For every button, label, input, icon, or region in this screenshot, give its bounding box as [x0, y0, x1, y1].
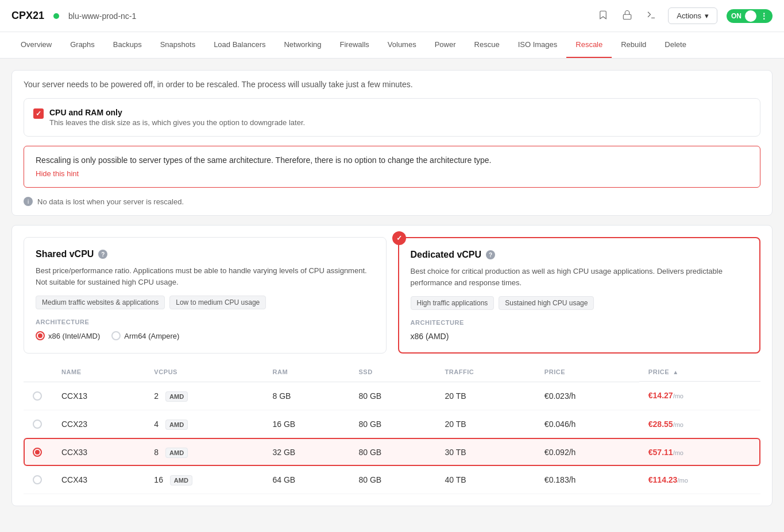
- row-ram: 16 GB: [263, 410, 349, 438]
- row-ssd: 80 GB: [349, 466, 435, 494]
- hide-hint-link[interactable]: Hide this hint: [36, 169, 79, 178]
- tab-networking[interactable]: Networking: [275, 32, 330, 58]
- row-price-h: €0.046/h: [535, 410, 639, 438]
- row-radio-cell[interactable]: [24, 466, 52, 494]
- col-name: [24, 363, 52, 382]
- tab-rescale[interactable]: Rescale: [566, 32, 612, 58]
- row-price-mo: €28.55/mo: [639, 410, 760, 438]
- row-ram: 32 GB: [263, 438, 349, 466]
- actions-button[interactable]: Actions ▾: [668, 7, 717, 24]
- row-vcpus: 16 AMD: [145, 466, 263, 494]
- row-name: CCX23: [52, 410, 145, 438]
- cpu-ram-checkbox[interactable]: [33, 108, 44, 119]
- dedicated-vcpu-desc: Best choice for critical production as w…: [411, 266, 748, 288]
- table-row[interactable]: CCX23 4 AMD 16 GB 80 GB 20 TB €0.046/h €…: [24, 410, 760, 438]
- row-radio-unselected[interactable]: [33, 391, 42, 401]
- no-data-lost-text: No data is lost when your server is resc…: [37, 197, 184, 206]
- dedicated-arch-label: ARCHITECTURE: [411, 319, 748, 326]
- table-row[interactable]: CCX43 16 AMD 64 GB 80 GB 40 TB €0.183/h …: [24, 466, 760, 494]
- app-title: CPX21: [11, 10, 44, 22]
- vcpu-selection-section: Shared vCPU ? Best price/performance rat…: [11, 225, 773, 506]
- row-traffic: 20 TB: [435, 382, 535, 410]
- row-radio-unselected[interactable]: [33, 420, 42, 429]
- power-off-notice: Your server needs to be powered off, in …: [24, 80, 760, 89]
- cpu-ram-desc: This leaves the disk size as is, which g…: [49, 118, 305, 127]
- dedicated-vcpu-card[interactable]: ✓ Dedicated vCPU ? Best choice for criti…: [398, 237, 761, 354]
- terminal-icon-btn[interactable]: [644, 7, 659, 25]
- row-vcpus: 2 AMD: [145, 382, 263, 410]
- row-radio-selected[interactable]: [33, 448, 42, 457]
- table-header-row: NAME VCPUS RAM SSD TRAFFIC PRICE PRICE ▲: [24, 363, 760, 382]
- main-content: Your server needs to be powered off, in …: [0, 59, 784, 527]
- dedicated-tag-2: Sustained high CPU usage: [499, 296, 594, 310]
- arch-arm64-radio[interactable]: [111, 331, 121, 340]
- shared-vcpu-desc: Best price/performance ratio. Applicatio…: [36, 265, 374, 288]
- tab-iso-images[interactable]: ISO Images: [509, 32, 567, 58]
- col-price-sort[interactable]: PRICE ▲: [639, 363, 760, 382]
- row-price-h: €0.023/h: [535, 382, 639, 410]
- row-ssd: 80 GB: [349, 410, 435, 438]
- tab-firewalls[interactable]: Firewalls: [331, 32, 379, 58]
- bookmark-icon-btn[interactable]: [596, 7, 611, 25]
- arch-x86-option[interactable]: x86 (Intel/AMD): [36, 331, 100, 340]
- col-ssd: SSD: [349, 363, 435, 382]
- tab-snapshots[interactable]: Snapshots: [151, 32, 204, 58]
- col-traffic: TRAFFIC: [435, 363, 535, 382]
- shared-vcpu-help[interactable]: ?: [98, 250, 107, 259]
- tab-rebuild[interactable]: Rebuild: [612, 32, 655, 58]
- row-radio-unselected[interactable]: [33, 475, 42, 484]
- row-name: CCX33: [52, 438, 145, 466]
- tab-load-balancers[interactable]: Load Balancers: [204, 32, 275, 58]
- nav-tabs: Overview Graphs Backups Snapshots Load B…: [0, 32, 784, 59]
- shared-tag-1: Medium traffic websites & applications: [36, 296, 165, 309]
- cpu-ram-only-section: CPU and RAM only This leaves the disk si…: [24, 98, 760, 137]
- architecture-warning-text: Rescaling is only possible to server typ…: [36, 156, 748, 165]
- tab-backups[interactable]: Backups: [104, 32, 151, 58]
- row-traffic: 40 TB: [435, 466, 535, 494]
- row-ram: 64 GB: [263, 466, 349, 494]
- row-name: CCX13: [52, 382, 145, 410]
- col-vcpus: VCPUS: [145, 363, 263, 382]
- col-name-label: NAME: [52, 363, 145, 382]
- row-price-h: €0.183/h: [535, 466, 639, 494]
- dedicated-vcpu-help[interactable]: ?: [486, 250, 495, 259]
- tab-power[interactable]: Power: [426, 32, 465, 58]
- arch-arm64-option[interactable]: Arm64 (Ampere): [111, 331, 179, 340]
- row-traffic: 30 TB: [435, 438, 535, 466]
- toggle-knob: [745, 10, 756, 22]
- row-vcpus: 8 AMD: [145, 438, 263, 466]
- row-price-mo: €57.11/mo: [639, 438, 760, 466]
- tab-delete[interactable]: Delete: [655, 32, 696, 58]
- cpu-ram-only-row[interactable]: CPU and RAM only This leaves the disk si…: [33, 108, 751, 127]
- row-radio-cell[interactable]: [24, 410, 52, 438]
- col-price: PRICE: [535, 363, 639, 382]
- table-row[interactable]: CCX33 8 AMD 32 GB 80 GB 30 TB €0.092/h €…: [24, 438, 760, 466]
- dedicated-vcpu-tags: High traffic applications Sustained high…: [411, 296, 748, 310]
- row-radio-cell[interactable]: [24, 382, 52, 410]
- shared-vcpu-card[interactable]: Shared vCPU ? Best price/performance rat…: [24, 237, 387, 354]
- tab-volumes[interactable]: Volumes: [379, 32, 426, 58]
- info-icon: i: [24, 197, 33, 206]
- amd-badge: AMD: [165, 448, 188, 458]
- power-toggle[interactable]: ON ⋮: [727, 9, 773, 23]
- arch-x86-radio[interactable]: [36, 331, 45, 340]
- tab-graphs[interactable]: Graphs: [61, 32, 104, 58]
- shared-tag-2: Low to medium CPU usage: [169, 296, 266, 309]
- row-radio-cell[interactable]: [24, 438, 52, 466]
- dedicated-vcpu-check: ✓: [392, 231, 406, 245]
- toggle-bars-icon: ⋮: [760, 11, 768, 21]
- dedicated-vcpu-title: Dedicated vCPU ?: [411, 250, 748, 260]
- table-row[interactable]: CCX13 2 AMD 8 GB 80 GB 20 TB €0.023/h €1…: [24, 382, 760, 410]
- shared-arch-options: x86 (Intel/AMD) Arm64 (Ampere): [36, 331, 374, 340]
- lock-icon-btn[interactable]: [620, 7, 635, 25]
- rescale-top-section: Your server needs to be powered off, in …: [11, 70, 773, 216]
- tab-overview[interactable]: Overview: [11, 32, 61, 58]
- col-ram: RAM: [263, 363, 349, 382]
- sort-icon: ▲: [673, 369, 678, 375]
- row-price-mo: €14.27/mo: [639, 382, 760, 410]
- dedicated-arch-value: x86 (AMD): [411, 332, 748, 341]
- row-price-h: €0.092/h: [535, 438, 639, 466]
- vcpu-grid: Shared vCPU ? Best price/performance rat…: [24, 237, 760, 354]
- tab-rescue[interactable]: Rescue: [465, 32, 509, 58]
- row-vcpus: 4 AMD: [145, 410, 263, 438]
